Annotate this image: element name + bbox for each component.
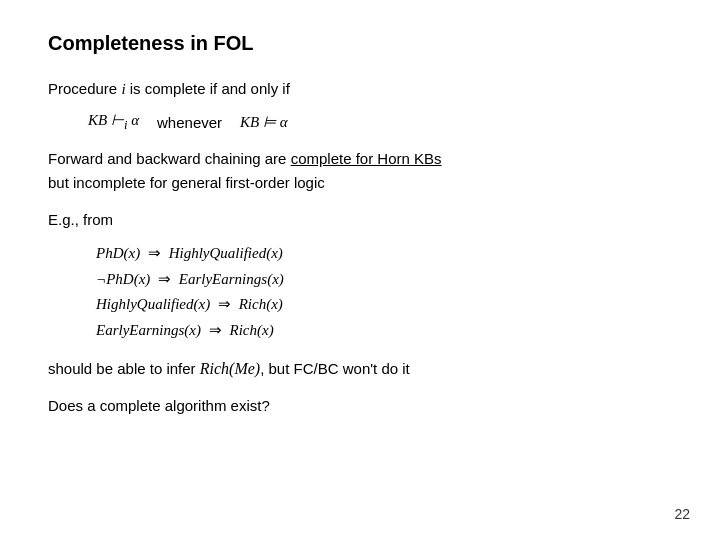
should-math: Rich(Me) bbox=[200, 360, 260, 377]
procedure-block: Procedure i is complete if and only if K… bbox=[48, 77, 672, 133]
formula-left: KB ⊢i α bbox=[88, 111, 139, 133]
slide: Completeness in FOL Procedure i is compl… bbox=[0, 0, 720, 540]
formula-1: PhD(x) ⇒ HighlyQualified(x) bbox=[96, 241, 672, 267]
slide-title: Completeness in FOL bbox=[48, 32, 672, 55]
whenever-word: whenever bbox=[157, 114, 222, 131]
formula-3: HighlyQualified(x) ⇒ Rich(x) bbox=[96, 292, 672, 318]
page-number: 22 bbox=[674, 506, 690, 522]
eg-block: E.g., from PhD(x) ⇒ HighlyQualified(x) ¬… bbox=[48, 208, 672, 343]
procedure-text: Procedure i is complete if and only if bbox=[48, 80, 290, 97]
forward-line1: Forward and backward chaining are comple… bbox=[48, 147, 672, 170]
para1-underline: complete for Horn KBs bbox=[291, 150, 442, 167]
last-line-text: Does a complete algorithm exist? bbox=[48, 397, 270, 414]
formula-2: ¬PhD(x) ⇒ EarlyEarnings(x) bbox=[96, 267, 672, 293]
procedure-word: Procedure bbox=[48, 80, 121, 97]
should-suffix: , but FC/BC won't do it bbox=[260, 360, 410, 377]
formula-block: PhD(x) ⇒ HighlyQualified(x) ¬PhD(x) ⇒ Ea… bbox=[96, 241, 672, 343]
main-formula-line: KB ⊢i α whenever KB ⊨ α bbox=[88, 111, 672, 133]
eg-from-label: E.g., from bbox=[48, 208, 672, 231]
para1-prefix: Forward and backward chaining are bbox=[48, 150, 291, 167]
procedure-rest: is complete if and only if bbox=[126, 80, 290, 97]
forward-line2: but incomplete for general first-order l… bbox=[48, 171, 672, 194]
formula-4: EarlyEarnings(x) ⇒ Rich(x) bbox=[96, 318, 672, 344]
should-prefix: should be able to infer bbox=[48, 360, 200, 377]
formula-right: KB ⊨ α bbox=[240, 113, 288, 131]
should-infer-block: should be able to infer Rich(Me), but FC… bbox=[48, 357, 672, 380]
forward-backward-block: Forward and backward chaining are comple… bbox=[48, 147, 672, 194]
last-line-block: Does a complete algorithm exist? bbox=[48, 394, 672, 417]
